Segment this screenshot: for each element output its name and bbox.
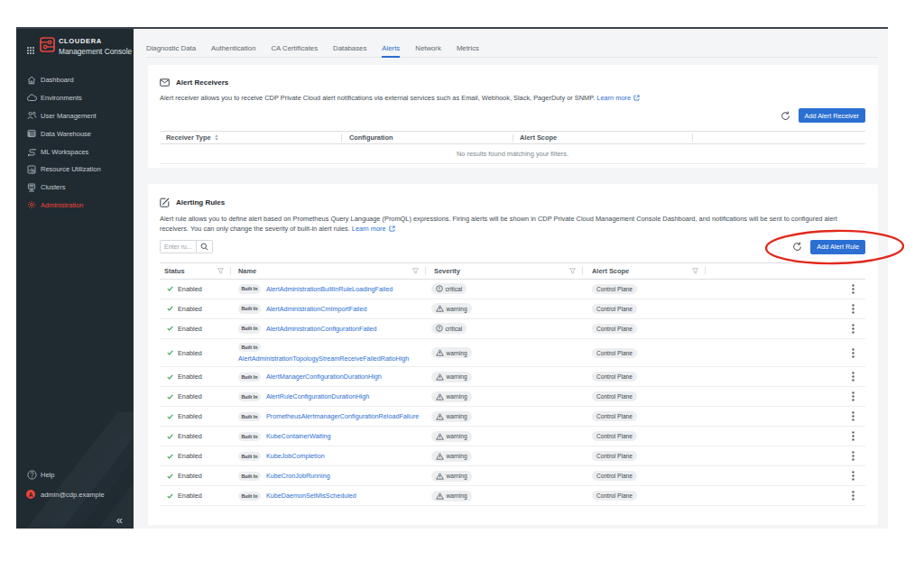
external-link-icon xyxy=(389,225,395,235)
receivers-table-header: Receiver Type Configuration Alert Scope xyxy=(160,131,865,144)
status-label: Enabled xyxy=(178,372,202,381)
sidebar-item-dashboard[interactable]: Dashboard xyxy=(16,71,134,89)
filter-icon[interactable] xyxy=(692,268,698,274)
alerting-rules-title: Alerting Rules xyxy=(176,198,225,207)
rule-row: EnabledBuilt InPrometheusAlertmanagerCon… xyxy=(160,407,865,427)
status-label: Enabled xyxy=(178,285,202,293)
built-in-badge: Built In xyxy=(238,412,261,422)
rule-name-link[interactable]: KubeCronJobRunning xyxy=(266,472,330,480)
check-icon xyxy=(167,414,173,419)
sidebar-item-administration[interactable]: Administration xyxy=(16,197,134,215)
alerting-rules-header: Alerting Rules xyxy=(160,198,865,207)
sidebar-item-label: Clusters xyxy=(41,183,66,191)
sidebar-item-data-warehouse[interactable]: Data Warehouse xyxy=(16,124,134,143)
tab-diagnostic-data[interactable]: Diagnostic Data xyxy=(146,44,196,57)
refresh-rules-button[interactable] xyxy=(792,242,802,252)
tab-ca-certificates[interactable]: CA Certificates xyxy=(271,44,318,57)
kebab-menu-icon[interactable] xyxy=(852,304,855,314)
kebab-menu-icon[interactable] xyxy=(852,391,855,401)
sidebar-item-label: Administration xyxy=(41,201,84,209)
scope-label: Control Plane xyxy=(596,350,633,356)
rule-row: EnabledBuilt InKubeDaemonSetMisScheduled… xyxy=(160,486,865,506)
scope-label: Control Plane xyxy=(596,326,633,332)
kebab-menu-icon[interactable] xyxy=(852,491,855,501)
rule-name-link[interactable]: AlertManagerConfigurationDurationHigh xyxy=(266,372,382,381)
kebab-menu-icon[interactable] xyxy=(852,411,855,421)
alert-receivers-title: Alert Receivers xyxy=(176,78,228,87)
sidebar-item-user[interactable]: A admin@cdp.example xyxy=(16,484,134,504)
receivers-table: Receiver Type Configuration Alert Scope … xyxy=(160,131,865,164)
warning-icon xyxy=(436,413,444,420)
tab-authentication[interactable]: Authentication xyxy=(211,44,255,57)
learn-more-link[interactable]: Learn more xyxy=(352,225,386,233)
tab-alerts[interactable]: Alerts xyxy=(382,44,400,57)
sidebar-item-label: ML Workspaces xyxy=(41,148,88,156)
built-in-badge: Built In xyxy=(238,324,261,334)
status-label: Enabled xyxy=(178,452,202,460)
filter-icon[interactable] xyxy=(569,268,576,274)
sidebar-header: CLOUDERA Management Console xyxy=(16,29,134,58)
home-icon xyxy=(26,75,37,86)
rule-name-link[interactable]: AlertRuleConfigurationDurationHigh xyxy=(266,392,369,400)
rule-name-link[interactable]: AlertAdministrationTopologyStreamReceive… xyxy=(238,354,409,363)
severity-badge: warning xyxy=(431,372,472,382)
kebab-menu-icon[interactable] xyxy=(852,284,855,294)
scope-label: Control Plane xyxy=(596,373,633,380)
kebab-menu-icon[interactable] xyxy=(852,372,855,382)
status-label: Enabled xyxy=(178,392,202,400)
sort-icon[interactable] xyxy=(215,134,218,141)
sidebar-item-clusters[interactable]: Clusters xyxy=(16,179,134,197)
rule-name-link[interactable]: KubeJobCompletion xyxy=(266,452,325,460)
receivers-toolbar: Add Alert Receiver xyxy=(160,108,865,123)
rule-name-link[interactable]: PrometheusAlertmanagerConfigurationReloa… xyxy=(266,412,419,420)
add-alert-rule-button[interactable]: Add Alert Rule xyxy=(810,240,865,254)
tab-databases[interactable]: Databases xyxy=(333,44,366,57)
rule-name-link[interactable]: KubeContainerWaiting xyxy=(266,432,331,440)
severity-badge: warning xyxy=(431,431,472,442)
kebab-menu-icon[interactable] xyxy=(852,451,855,461)
sidebar-collapse-row: « xyxy=(16,504,134,529)
collapse-sidebar-icon[interactable]: « xyxy=(116,514,123,526)
col-receiver-type[interactable]: Receiver Type xyxy=(166,133,211,142)
kebab-menu-icon[interactable] xyxy=(852,431,855,441)
rule-name-link[interactable]: AlertAdministrationCmImportFailed xyxy=(266,305,366,313)
tab-metrics[interactable]: Metrics xyxy=(457,44,479,57)
kebab-menu-icon[interactable] xyxy=(852,324,855,334)
search-button[interactable] xyxy=(197,240,213,253)
rule-name-link[interactable]: AlertAdministrationConfigurationFailed xyxy=(266,325,377,333)
built-in-badge: Built In xyxy=(238,432,261,442)
brand-product: Management Console xyxy=(59,48,132,55)
rule-actions xyxy=(706,411,865,421)
rule-actions xyxy=(706,451,865,461)
col-alert-scope: Alert Scope xyxy=(520,133,557,142)
sidebar-item-environments[interactable]: Environments xyxy=(16,89,134,107)
refresh-receivers-button[interactable] xyxy=(781,111,790,121)
filter-icon[interactable] xyxy=(412,268,419,274)
app-switcher-icon[interactable] xyxy=(27,41,34,58)
severity-label: warning xyxy=(447,492,467,499)
learn-more-link[interactable]: Learn more xyxy=(596,94,631,102)
sidebar-item-ml-workspaces[interactable]: ML Workspaces xyxy=(16,143,134,161)
cloudera-logo[interactable] xyxy=(40,37,55,56)
rule-name-link[interactable]: AlertAdministrationBuiltInRuleLoadingFai… xyxy=(266,285,393,293)
rule-scope: Control Plane xyxy=(583,411,706,421)
rule-search-input[interactable] xyxy=(160,240,197,253)
filter-icon[interactable] xyxy=(217,268,224,274)
kebab-menu-icon[interactable] xyxy=(852,348,855,358)
rule-actions xyxy=(706,324,865,334)
status-label: Enabled xyxy=(178,412,202,420)
tab-network[interactable]: Network xyxy=(415,44,441,57)
severity-badge: warning xyxy=(431,491,472,501)
add-alert-receiver-button[interactable]: Add Alert Receiver xyxy=(799,108,865,123)
scope-badge: Control Plane xyxy=(592,391,637,401)
alert-receivers-card: Alert Receivers Alert receiver allows yo… xyxy=(148,65,878,168)
brand-text: CLOUDERA Management Console xyxy=(59,37,132,55)
severity-badge: critical xyxy=(431,283,467,294)
sidebar-item-resource-utilization[interactable]: Resource Utilization xyxy=(16,161,134,179)
sidebar-item-user-management[interactable]: User Management xyxy=(16,107,134,125)
sidebar-item-help[interactable]: Help xyxy=(16,464,134,484)
rule-name-link[interactable]: KubeDaemonSetMisScheduled xyxy=(266,492,356,500)
kebab-menu-icon[interactable] xyxy=(852,471,855,481)
status-label: Enabled xyxy=(178,349,202,357)
rule-actions xyxy=(706,372,865,382)
